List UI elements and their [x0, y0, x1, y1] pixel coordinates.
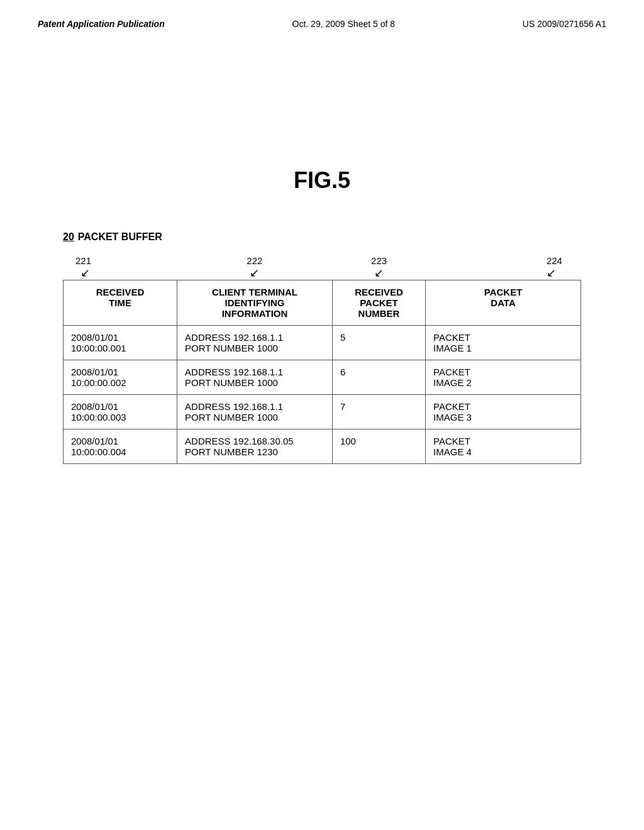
col-number-221: 221 — [75, 255, 91, 266]
packet-buffer-number: 20 — [63, 231, 74, 243]
cell-time-1: 2008/01/01 10:00:00.002 — [64, 360, 177, 395]
cell-packet-data-3: PACKET IMAGE 4 — [426, 429, 581, 464]
cell-packet-num-2: 7 — [332, 395, 425, 429]
arrow-222: ↙ — [177, 267, 332, 279]
arrow-223: ↙ — [332, 267, 425, 279]
packet-buffer-section: 20 PACKET BUFFER 221 222 223 224 — [63, 231, 581, 464]
table-row: 2008/01/01 10:00:00.003ADDRESS 192.168.1… — [64, 395, 581, 429]
page-header: Patent Application Publication Oct. 29, … — [38, 19, 606, 29]
table-row: 2008/01/01 10:00:00.002ADDRESS 192.168.1… — [64, 360, 581, 395]
col-label-224: 224 — [426, 255, 581, 266]
cell-client-2: ADDRESS 192.168.1.1 PORT NUMBER 1000 — [177, 395, 333, 429]
arrow-222-icon: ↙ — [250, 267, 259, 279]
col-number-222: 222 — [247, 255, 262, 266]
header-date-sheet: Oct. 29, 2009 Sheet 5 of 8 — [292, 19, 395, 29]
column-labels-row: 221 222 223 224 — [63, 255, 581, 266]
col-number-224: 224 — [547, 255, 562, 266]
table-row: 2008/01/01 10:00:00.004ADDRESS 192.168.3… — [64, 429, 581, 464]
cell-client-0: ADDRESS 192.168.1.1 PORT NUMBER 1000 — [177, 326, 333, 360]
cell-packet-num-1: 6 — [332, 360, 425, 395]
header-packet-data: PACKETDATA — [426, 280, 581, 326]
cell-packet-data-1: PACKET IMAGE 2 — [426, 360, 581, 395]
col-label-221: 221 — [63, 255, 177, 266]
cell-time-2: 2008/01/01 10:00:00.003 — [64, 395, 177, 429]
col-label-222: 222 — [177, 255, 332, 266]
header-publication: Patent Application Publication — [38, 19, 165, 29]
col-label-223: 223 — [332, 255, 425, 266]
page-container: Patent Application Publication Oct. 29, … — [0, 0, 644, 830]
arrow-223-icon: ↙ — [374, 267, 384, 279]
cell-packet-data-0: PACKET IMAGE 1 — [426, 326, 581, 360]
cell-packet-data-2: PACKET IMAGE 3 — [426, 395, 581, 429]
packet-buffer-text: PACKET BUFFER — [78, 231, 162, 243]
cell-time-0: 2008/01/01 10:00:00.001 — [64, 326, 177, 360]
header-received-packet-number: RECEIVEDPACKETNUMBER — [332, 280, 425, 326]
col-number-223: 223 — [371, 255, 387, 266]
packet-buffer-table: RECEIVEDTIME CLIENT TERMINALIDENTIFYINGI… — [63, 280, 581, 464]
arrow-221-icon: ↙ — [80, 267, 90, 279]
arrow-224: ↙ — [426, 267, 581, 279]
header-received-time: RECEIVEDTIME — [64, 280, 177, 326]
arrows-row: ↙ ↙ ↙ ↙ — [63, 267, 581, 279]
cell-time-3: 2008/01/01 10:00:00.004 — [64, 429, 177, 464]
packet-buffer-label: 20 PACKET BUFFER — [63, 231, 581, 243]
arrow-224-icon: ↙ — [547, 267, 556, 279]
cell-packet-num-0: 5 — [332, 326, 425, 360]
arrow-221: ↙ — [63, 267, 177, 279]
table-header-row: RECEIVEDTIME CLIENT TERMINALIDENTIFYINGI… — [64, 280, 581, 326]
table-row: 2008/01/01 10:00:00.001ADDRESS 192.168.1… — [64, 326, 581, 360]
header-client-terminal: CLIENT TERMINALIDENTIFYINGINFORMATION — [177, 280, 333, 326]
cell-packet-num-3: 100 — [332, 429, 425, 464]
cell-client-1: ADDRESS 192.168.1.1 PORT NUMBER 1000 — [177, 360, 333, 395]
cell-client-3: ADDRESS 192.168.30.05 PORT NUMBER 1230 — [177, 429, 333, 464]
header-patent-number: US 2009/0271656 A1 — [523, 19, 606, 29]
figure-title: FIG.5 — [38, 167, 606, 194]
table-body: 2008/01/01 10:00:00.001ADDRESS 192.168.1… — [64, 326, 581, 464]
